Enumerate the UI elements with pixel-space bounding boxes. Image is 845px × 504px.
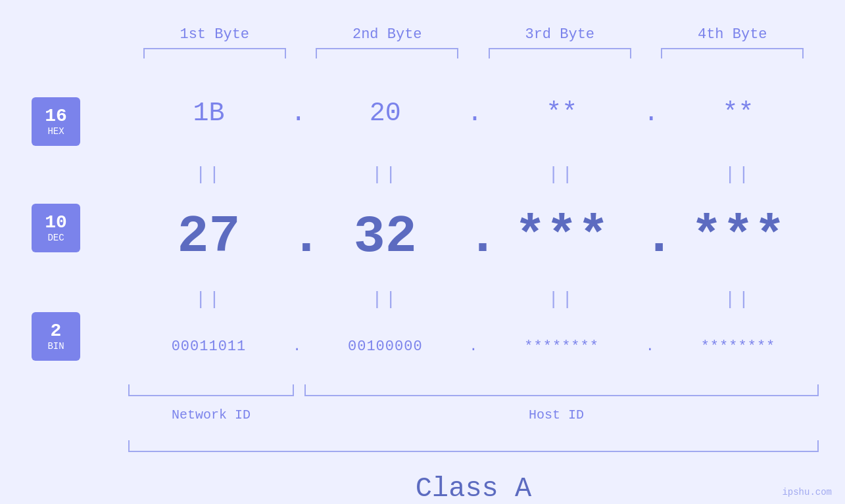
class-label: Class A (128, 473, 819, 504)
dot-sep-hex-1: . (291, 99, 304, 128)
hex-badge-label: HEX (47, 126, 64, 137)
hex-val-2: 20 (306, 99, 465, 128)
byte-title-1: 1st Byte (180, 26, 249, 43)
dec-badge-number: 10 (45, 213, 67, 233)
hex-badge-number: 16 (45, 106, 67, 127)
bracket-top-4 (661, 48, 804, 58)
grid-area: 1st Byte 2nd Byte 3rd Byte 4th Byte 1B .… (128, 13, 819, 471)
dot-sep-dec-1: . (291, 207, 304, 267)
dot-sep-hex-2: . (467, 99, 480, 128)
bracket-top-3 (489, 48, 631, 58)
bracket-top-2 (316, 48, 458, 58)
hex-val-4: ** (659, 99, 818, 128)
bin-badge-number: 2 (51, 321, 62, 342)
watermark: ipshu.com (782, 487, 832, 497)
dec-values-row: 27 . 32 . *** . *** (128, 207, 819, 267)
bin-val-4: ******** (659, 338, 818, 355)
dec-val-2: 32 (306, 207, 465, 267)
dec-badge: 10 DEC (32, 204, 80, 252)
eq-sym-1: || (130, 164, 289, 185)
eq-row-hex: || || || || (128, 164, 819, 185)
bin-val-3: ******** (482, 338, 641, 355)
dot-sep-dec-3: . (643, 207, 656, 267)
eq-sym-3: || (482, 164, 641, 185)
eq-sym-4: || (659, 164, 818, 185)
hex-val-1: 1B (130, 99, 289, 128)
dot-sep-bin-1: . (291, 338, 304, 355)
dec-val-1: 27 (130, 207, 289, 267)
byte-col-1: 1st Byte (135, 26, 295, 58)
network-id-label: Network ID (128, 407, 294, 423)
byte-title-4: 4th Byte (698, 26, 767, 43)
dot-sep-dec-2: . (467, 207, 480, 267)
host-bracket (304, 384, 819, 396)
bin-badge: 2 BIN (32, 312, 80, 361)
big-bracket (128, 440, 819, 452)
byte-title-2: 2nd Byte (352, 26, 422, 43)
hex-val-3: ** (482, 99, 641, 128)
bin-val-2: 00100000 (306, 338, 465, 355)
byte-col-3: 3rd Byte (481, 26, 640, 58)
dot-sep-bin-2: . (467, 338, 480, 355)
dec-val-3: *** (482, 207, 641, 267)
id-labels-row: Network ID Host ID (128, 407, 819, 423)
bin-val-1: 00011011 (130, 338, 289, 355)
hex-badge: 16 HEX (32, 97, 80, 146)
host-id-label: Host ID (294, 407, 819, 423)
bracket-top-1 (143, 48, 286, 58)
bin-badge-label: BIN (47, 341, 64, 352)
network-bracket (128, 384, 294, 396)
byte-title-3: 3rd Byte (525, 26, 594, 43)
eq-sym-2: || (306, 164, 465, 185)
dot-sep-bin-3: . (643, 338, 656, 355)
eq-sym-dec-3: || (482, 289, 641, 309)
eq-sym-dec-1: || (130, 289, 289, 309)
byte-col-4: 4th Byte (653, 26, 812, 58)
dec-val-4: *** (659, 207, 818, 267)
dot-sep-hex-3: . (643, 99, 656, 128)
hex-values-row: 1B . 20 . ** . ** (128, 99, 819, 128)
byte-titles-row: 1st Byte 2nd Byte 3rd Byte 4th Byte (128, 26, 819, 58)
main-container: 16 HEX 10 DEC 2 BIN 1st Byte 2nd Byte 3r… (0, 0, 845, 504)
eq-sym-dec-2: || (306, 289, 465, 309)
eq-sym-dec-4: || (659, 289, 818, 309)
bin-values-row: 00011011 . 00100000 . ******** . *******… (128, 338, 819, 355)
dec-badge-label: DEC (47, 233, 64, 243)
byte-col-2: 2nd Byte (308, 26, 467, 58)
eq-row-dec: || || || || (128, 289, 819, 309)
